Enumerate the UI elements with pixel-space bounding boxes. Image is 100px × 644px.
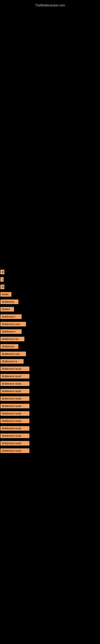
bottleneck-row: B — [0, 284, 100, 291]
bottleneck-row: Bottleneck result — [0, 389, 100, 395]
bottleneck-row: Bottleneck result — [0, 441, 100, 447]
bottleneck-row: Bottleneck result — [0, 396, 100, 402]
bottleneck-result-badge: Bottleneck r — [0, 329, 22, 334]
site-title: TheBottlenecker.com — [0, 2, 100, 9]
bottleneck-result-badge: Bottleneck result — [0, 374, 29, 378]
bottleneck-row: Bottleneck result — [0, 404, 100, 410]
bottleneck-row: Bottleneck result — [0, 434, 100, 440]
bottleneck-result-badge: Bottleneck result — [0, 418, 29, 423]
bottleneck-result-badge: Bottleneck res — [0, 337, 24, 341]
bottleneck-row: Bottleneck resu — [0, 352, 100, 358]
bottleneck-result-badge: Bottleneck result — [0, 426, 29, 431]
bottleneck-row: | — [0, 277, 100, 283]
bottleneck-row: Bottle — [0, 292, 100, 298]
bottleneck-result-badge: Bottleneck re — [0, 359, 24, 364]
bottleneck-result-badge: Bottlen — [0, 307, 14, 312]
bottleneck-result-badge: Bottleneck result — [0, 434, 29, 438]
bottleneck-result-badge: Bottleneck resu — [0, 352, 26, 356]
bottleneck-row: Bottleneck res — [0, 337, 100, 343]
bottleneck-row: Bottleneck re — [0, 359, 100, 365]
bottleneck-result-badge: Bottleneck result — [0, 404, 29, 408]
bottleneck-result-badge: Bottleneck result — [0, 389, 29, 394]
bottleneck-result-badge: B — [0, 270, 4, 274]
bottleneck-result-badge: Bottleneck result — [0, 366, 29, 371]
bottleneck-result-badge: Bottleneck r — [0, 314, 22, 319]
bottleneck-row: B — [0, 270, 100, 276]
bottleneck-result-badge: Bottleneck result — [0, 441, 29, 446]
bottleneck-result-badge: Bottleneck resu — [0, 322, 26, 326]
bottleneck-row: Bottleneck result — [0, 418, 100, 425]
bottleneck-row: Bottleneck result — [0, 374, 100, 380]
bottleneck-result-badge: | — [0, 277, 3, 282]
bottleneck-result-badge: Bottleneck — [0, 300, 18, 304]
bottleneck-result-badge: Bottle — [0, 292, 11, 297]
bottleneck-result-badge: Bottleneck — [0, 344, 18, 349]
bottleneck-row: Bottlen — [0, 307, 100, 313]
bottleneck-result-badge: Bottleneck result — [0, 381, 29, 386]
bottleneck-result-badge: Bottleneck result — [0, 396, 29, 401]
bottleneck-row: Bottleneck result — [0, 366, 100, 373]
bottleneck-list: B|BBottleBottleneckBottlenBottleneck rBo… — [0, 270, 100, 456]
bottleneck-row: Bottleneck r — [0, 314, 100, 320]
bottleneck-row: Bottleneck result — [0, 448, 100, 454]
bottleneck-row: Bottleneck — [0, 344, 100, 350]
bottleneck-result-badge: Bottleneck result — [0, 411, 29, 416]
bottleneck-row: Bottleneck — [0, 300, 100, 306]
bottleneck-row: Bottleneck r — [0, 329, 100, 336]
bottleneck-row: Bottleneck resu — [0, 322, 100, 328]
bottleneck-row: Bottleneck result — [0, 411, 100, 418]
bottleneck-row: Bottleneck result — [0, 381, 100, 388]
bottleneck-result-badge: B — [0, 284, 4, 289]
bottleneck-row: Bottleneck result — [0, 426, 100, 432]
bottleneck-result-badge: Bottleneck result — [0, 448, 29, 453]
